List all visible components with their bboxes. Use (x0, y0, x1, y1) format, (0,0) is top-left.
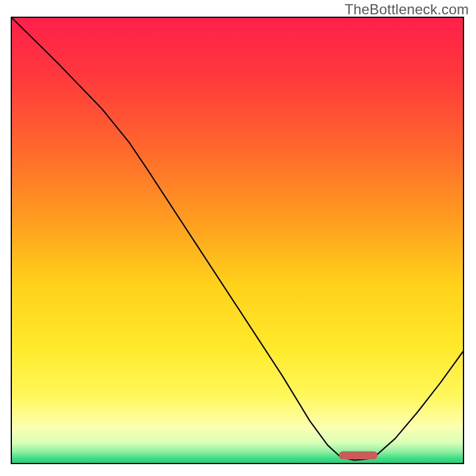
plot-frame (11, 17, 464, 464)
chart-svg (12, 18, 463, 463)
gradient-background (12, 18, 463, 463)
source-watermark: TheBottleneck.com (345, 1, 469, 18)
optimal-marker (339, 452, 377, 460)
chart-container: TheBottleneck.com (0, 0, 476, 476)
